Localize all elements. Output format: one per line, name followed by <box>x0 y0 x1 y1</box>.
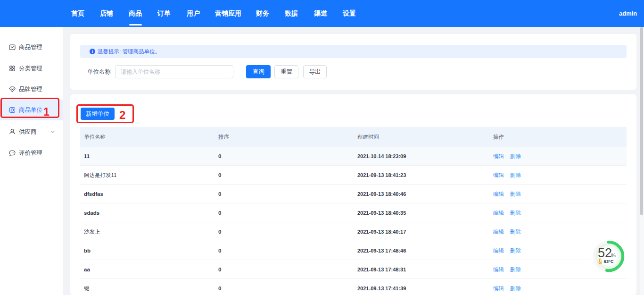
svg-text:63°C: 63°C <box>603 259 613 264</box>
svg-text:%: % <box>611 253 616 258</box>
svg-text:52: 52 <box>598 246 612 260</box>
